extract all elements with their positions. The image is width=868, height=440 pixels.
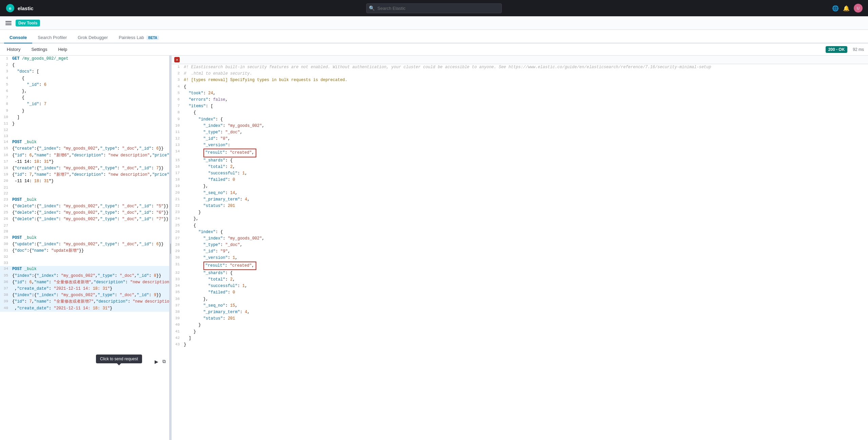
line-content: {"delete":{"_index": "my_goods_002","_ty…: [11, 210, 169, 216]
line-number: 12: [0, 127, 11, 133]
line-content: "status": 201: [182, 315, 868, 322]
main-content: 1GET /my_goods_002/_mget2{3 "docs": [4 {…: [0, 56, 868, 440]
line-content: "_id": "9",: [182, 248, 868, 255]
dev-tools-badge: Dev Tools: [16, 20, 40, 26]
line-content: "successful": 1,: [182, 283, 868, 289]
line-number: 35: [0, 273, 11, 279]
run-button[interactable]: ▶: [154, 358, 159, 365]
right-code-editor[interactable]: 1#! Elasticsearch built-in security feat…: [172, 64, 868, 440]
line-content: {: [182, 110, 868, 116]
line-number: 30: [172, 255, 182, 261]
line-number: 43: [172, 342, 182, 348]
top-bar-actions: 🌐 🔔 U: [832, 4, 863, 13]
hamburger-button[interactable]: [4, 19, 13, 27]
hamburger-icon: [5, 20, 12, 26]
tab-grok-debugger[interactable]: Grok Debugger: [72, 32, 113, 43]
line-number: 23: [0, 197, 11, 203]
svg-rect-4: [5, 24, 12, 25]
line-number: 5: [0, 82, 11, 88]
line-content: -11 14: 18: 31"}: [11, 178, 169, 185]
left-code-editor[interactable]: 1GET /my_goods_002/_mget2{3 "docs": [4 {…: [0, 56, 169, 440]
help-button[interactable]: Help: [55, 45, 70, 53]
line-number: 30: [0, 241, 11, 247]
user-avatar[interactable]: U: [854, 4, 863, 13]
table-row: 38 "_primary_term": 4,: [172, 309, 868, 315]
tab-painless-lab[interactable]: Painless Lab BETA: [113, 32, 164, 43]
table-row: 4{: [172, 84, 868, 90]
table-row: 25 {: [172, 223, 868, 229]
line-number: 13: [0, 133, 11, 139]
table-row: 37 ,"create_date": "2021-12-11 14: 18: 3…: [0, 286, 169, 292]
line-content: "_id": 6: [11, 82, 169, 88]
line-number: 36: [172, 296, 182, 302]
line-content: }: [11, 108, 169, 114]
line-number: 20: [172, 190, 182, 196]
line-number: 17: [0, 159, 11, 165]
bell-icon[interactable]: 🔔: [843, 5, 850, 12]
line-content: GET /my_goods_002/_mget: [11, 56, 169, 62]
line-number: 27: [172, 235, 182, 242]
line-content: POST _bulk: [11, 235, 169, 241]
line-content: "_version": 1,: [182, 255, 868, 261]
settings-button[interactable]: Settings: [28, 45, 50, 53]
line-content: "docs": [: [11, 69, 169, 75]
line-number: 11: [0, 121, 11, 127]
table-row: 8 {: [172, 110, 868, 116]
elastic-logo-icon: e: [5, 3, 15, 13]
table-row: 8 "_id": 7: [0, 101, 169, 108]
table-row: 37 "_seq_no": 15,: [172, 303, 868, 309]
line-content: "_index": "my_goods_002",: [182, 123, 868, 129]
table-row: 40 ,"create_date": "2021-12-11 14: 18: 3…: [0, 305, 169, 312]
line-number: 4: [0, 75, 11, 81]
copy-button[interactable]: ⧉: [162, 358, 166, 365]
table-row: 9 "index": {: [172, 116, 868, 123]
line-number: 16: [172, 164, 182, 170]
search-bar-wrap: 🔍: [366, 3, 502, 13]
line-number: 6: [0, 88, 11, 94]
table-row: 15{"create":{"_index": "my_goods_002","_…: [0, 146, 169, 152]
table-row: 14POST _bulk: [0, 139, 169, 146]
table-row: 5 "took": 24,: [172, 90, 868, 97]
table-row: 4 {: [0, 75, 169, 82]
svg-rect-3: [5, 23, 12, 23]
table-row: 12: [0, 127, 169, 133]
line-number: 23: [172, 209, 182, 215]
line-number: 6: [172, 97, 182, 103]
line-content: "_type": "_doc",: [182, 129, 868, 136]
line-number: 25: [0, 210, 11, 216]
table-row: 39{"id": 7,"name": "全量修改或者新增7","descript…: [0, 299, 169, 305]
globe-icon[interactable]: 🌐: [832, 5, 839, 12]
line-content: "_id": "8",: [182, 136, 868, 142]
line-content: "_seq_no": 14,: [182, 190, 868, 196]
tab-search-profiler[interactable]: Search Profiler: [32, 32, 72, 43]
table-row: 30{"update":{"_index": "my_goods_002","_…: [0, 241, 169, 248]
tab-console[interactable]: Console: [4, 32, 32, 43]
line-content: "_version":: [182, 142, 868, 149]
line-content: "total": 2,: [182, 276, 868, 283]
line-number: 26: [172, 229, 182, 235]
line-number: 39: [0, 299, 11, 305]
table-row: 26 "index": {: [172, 229, 868, 235]
line-content: }: [182, 329, 868, 335]
close-response-button[interactable]: ✕: [174, 57, 180, 62]
line-content: }: [182, 322, 868, 328]
table-row: 32: [0, 254, 169, 260]
table-row: 36{"id": 6,"name": "全量修改或者新增","descripti…: [0, 279, 169, 286]
line-number: 8: [0, 101, 11, 107]
line-number: 14: [172, 149, 182, 155]
table-row: 7 {: [0, 95, 169, 101]
history-button[interactable]: History: [4, 45, 23, 53]
tooltip-wrap: Click to send request: [96, 355, 142, 363]
search-input[interactable]: [366, 3, 502, 13]
line-number: 21: [0, 185, 11, 191]
line-number: 7: [0, 95, 11, 101]
response-header: ✕: [172, 56, 868, 64]
line-number: 27: [0, 223, 11, 229]
line-content: },: [182, 216, 868, 222]
second-bar: Dev Tools: [0, 16, 868, 30]
line-content: ]: [182, 335, 868, 342]
tabs-bar: Console Search Profiler Grok Debugger Pa…: [0, 30, 868, 43]
line-content: {"id": 7,"name": "新增7","description": "n…: [11, 172, 169, 178]
status-badge: 200 - OK: [826, 46, 848, 53]
line-content: ,"create_date": "2021-12-11 14: 18: 31"}: [11, 305, 169, 312]
